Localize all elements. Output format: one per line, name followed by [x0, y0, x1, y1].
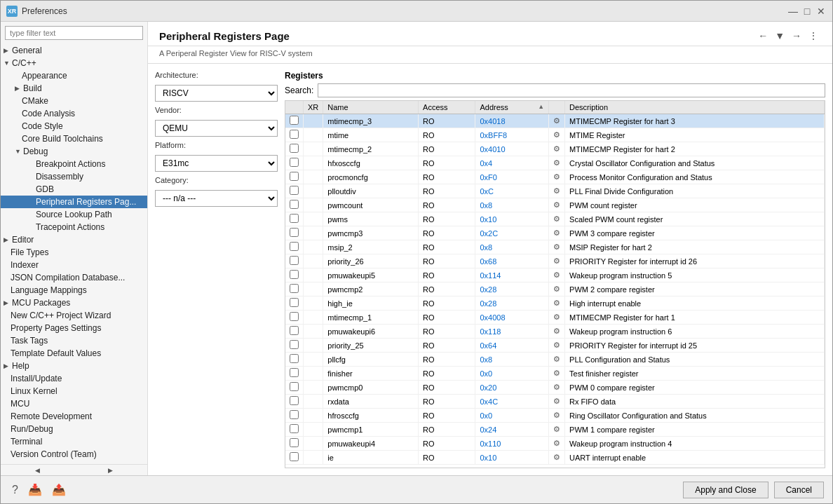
export-button[interactable]: 📤: [49, 482, 69, 498]
sidebar-item-build[interactable]: ▶ Build: [1, 82, 147, 95]
search-input[interactable]: [318, 83, 825, 97]
row-checkbox[interactable]: [290, 368, 299, 377]
sidebar-item-help[interactable]: ▶ Help: [1, 360, 147, 372]
col-description[interactable]: Description: [565, 101, 825, 114]
sidebar-item-code-analysis[interactable]: Code Analysis: [1, 107, 147, 120]
col-access[interactable]: Access: [419, 101, 475, 114]
row-checkbox-cell: [285, 114, 304, 128]
row-description: UART interrupt enable: [565, 451, 825, 465]
sidebar-item-template-default-values[interactable]: Template Default Values: [1, 347, 147, 360]
sidebar-item-editor[interactable]: ▶ Editor: [1, 233, 147, 246]
col-xr[interactable]: XR: [304, 101, 323, 114]
import-button[interactable]: 📥: [25, 482, 45, 498]
row-checkbox[interactable]: [290, 382, 299, 391]
sidebar-item-gdb[interactable]: GDB: [1, 183, 147, 196]
sidebar-scroll-left[interactable]: ◀: [1, 465, 74, 475]
filter-input[interactable]: [5, 26, 143, 40]
row-checkbox[interactable]: [290, 354, 299, 363]
dropdown-button[interactable]: ▼: [772, 29, 787, 43]
more-button[interactable]: ⋮: [806, 29, 821, 43]
row-checkbox[interactable]: [290, 130, 299, 139]
row-checkbox[interactable]: [290, 256, 299, 265]
sidebar-item-general[interactable]: ▶ General: [1, 44, 147, 57]
row-checkbox[interactable]: [290, 116, 299, 125]
sidebar-item-install-update[interactable]: Install/Update: [1, 372, 147, 385]
vendor-select[interactable]: QEMU: [155, 120, 278, 137]
row-checkbox[interactable]: [290, 396, 299, 405]
sidebar-item-new-cpp-project-wizard[interactable]: New C/C++ Project Wizard: [1, 309, 147, 322]
row-checkbox[interactable]: [290, 424, 299, 433]
sidebar-item-terminal[interactable]: Terminal: [1, 435, 147, 448]
row-checkbox[interactable]: [290, 158, 299, 167]
category-select[interactable]: --- n/a ---: [155, 190, 278, 207]
row-name: pwmcmp1: [323, 423, 419, 437]
sidebar-item-linux-kernel[interactable]: Linux Kernel: [1, 385, 147, 397]
help-button[interactable]: ?: [9, 482, 21, 498]
sidebar-item-mcu[interactable]: MCU: [1, 397, 147, 410]
sidebar-item-indexer[interactable]: Indexer: [1, 259, 147, 271]
row-icon-cell: ⚙: [549, 212, 565, 226]
row-checkbox[interactable]: [290, 326, 299, 335]
close-button[interactable]: ✕: [815, 6, 827, 17]
apply-close-button[interactable]: Apply and Close: [683, 482, 768, 498]
row-checkbox[interactable]: [290, 298, 299, 307]
forward-button[interactable]: →: [789, 29, 804, 43]
sidebar-item-peripheral-registers-page[interactable]: Peripheral Registers Pag...: [1, 196, 147, 208]
table-row: mtimeRO0xBFF8⚙MTIME Register: [285, 128, 825, 142]
window-title: Preferences: [22, 6, 787, 16]
sidebar-item-source-lookup-path[interactable]: Source Lookup Path: [1, 208, 147, 221]
main-content: ▶ General ▼ C/C++ Appearance ▶ Build: [1, 22, 832, 475]
sidebar-item-run-debug[interactable]: Run/Debug: [1, 423, 147, 435]
sidebar-item-debug[interactable]: ▼ Debug: [1, 145, 147, 158]
sidebar-item-mcu-packages[interactable]: ▶ MCU Packages: [1, 297, 147, 309]
col-address[interactable]: Address ▲: [475, 101, 549, 114]
row-checkbox[interactable]: [290, 144, 299, 153]
row-checkbox[interactable]: [290, 452, 299, 461]
row-access: RO: [419, 451, 475, 465]
table-row: pwmcmp3RO0x2C⚙PWM 3 compare register: [285, 226, 825, 240]
sidebar-item-label: Peripheral Registers Pag...: [36, 197, 136, 207]
architecture-select[interactable]: RISCV: [155, 85, 278, 102]
row-checkbox[interactable]: [290, 270, 299, 279]
sidebar-item-property-pages-settings[interactable]: Property Pages Settings: [1, 322, 147, 334]
sidebar-item-label: Template Default Values: [11, 348, 101, 358]
sidebar-item-cmake[interactable]: CMake: [1, 95, 147, 107]
sidebar-item-json-compilation-database[interactable]: JSON Compilation Database...: [1, 271, 147, 284]
cancel-button[interactable]: Cancel: [774, 482, 824, 498]
sidebar-item-appearance[interactable]: Appearance: [1, 69, 147, 82]
sidebar-item-remote-development[interactable]: Remote Development: [1, 410, 147, 423]
sidebar-item-core-build-toolchains[interactable]: Core Build Toolchains: [1, 132, 147, 145]
titlebar-controls: — □ ✕: [787, 6, 827, 17]
sidebar-item-file-types[interactable]: File Types: [1, 246, 147, 259]
sidebar-scroll-right[interactable]: ▶: [74, 465, 148, 475]
row-icon-cell: ⚙: [549, 254, 565, 268]
col-checkbox: [285, 101, 304, 114]
sidebar-item-version-control[interactable]: Version Control (Team): [1, 448, 147, 461]
row-checkbox[interactable]: [290, 228, 299, 237]
sidebar-item-code-style[interactable]: Code Style: [1, 120, 147, 132]
sidebar-item-c-cpp[interactable]: ▼ C/C++: [1, 57, 147, 69]
row-checkbox[interactable]: [290, 200, 299, 209]
maximize-button[interactable]: □: [801, 6, 813, 17]
row-access: RO: [419, 381, 475, 395]
sidebar-item-disassembly[interactable]: Disassembly: [1, 170, 147, 183]
sidebar-item-task-tags[interactable]: Task Tags: [1, 334, 147, 347]
row-checkbox[interactable]: [290, 214, 299, 223]
row-checkbox-cell: [285, 311, 304, 325]
row-checkbox[interactable]: [290, 284, 299, 293]
col-name[interactable]: Name: [323, 101, 419, 114]
sidebar-item-tracepoint-actions[interactable]: Tracepoint Actions: [1, 221, 147, 233]
row-checkbox[interactable]: [290, 410, 299, 419]
row-name: finisher: [323, 367, 419, 381]
row-checkbox[interactable]: [290, 242, 299, 251]
row-checkbox[interactable]: [290, 172, 299, 181]
minimize-button[interactable]: —: [787, 6, 799, 17]
sidebar-item-breakpoint-actions[interactable]: Breakpoint Actions: [1, 158, 147, 170]
row-checkbox[interactable]: [290, 312, 299, 321]
row-checkbox[interactable]: [290, 340, 299, 349]
back-button[interactable]: ←: [755, 29, 771, 43]
row-checkbox[interactable]: [290, 186, 299, 195]
sidebar-item-language-mappings[interactable]: Language Mappings: [1, 284, 147, 297]
platform-select[interactable]: E31mc: [155, 155, 278, 172]
row-checkbox[interactable]: [290, 438, 299, 447]
